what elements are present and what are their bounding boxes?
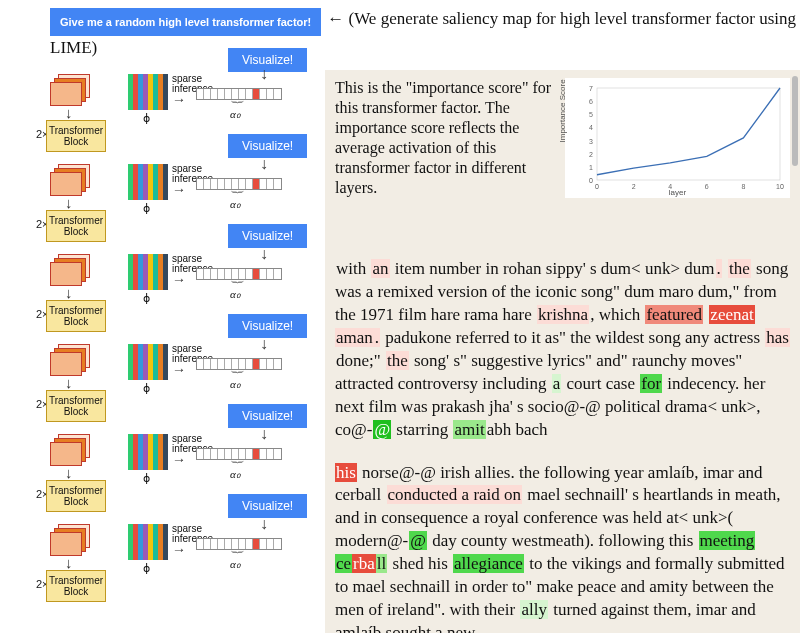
token (755, 305, 757, 324)
arrow-right-icon: → (172, 182, 186, 198)
token: , which (589, 305, 645, 324)
token: ce (335, 554, 352, 573)
token: his (335, 463, 357, 482)
svg-text:10: 10 (776, 183, 784, 190)
token: krishna (537, 305, 589, 324)
header-note-line2: LIME) (0, 38, 800, 58)
transformer-block: TransformerBlock (46, 390, 106, 422)
token: done;" (335, 351, 386, 370)
token: padukone referred to it as" the wildest … (380, 328, 765, 347)
token: has (765, 328, 790, 347)
token: @ (373, 420, 391, 439)
alpha-label: α₀ (230, 108, 240, 121)
alpha-label: α₀ (230, 558, 240, 571)
svg-text:6: 6 (705, 183, 709, 190)
token: featured (645, 305, 703, 324)
phi-label: ɸ (143, 202, 150, 215)
token: item number in rohan sippy' s dum< unk> … (390, 259, 716, 278)
token: abh bach (486, 420, 549, 439)
svg-text:1: 1 (589, 164, 593, 171)
token: for (640, 374, 662, 393)
dense-dictionary (128, 254, 168, 290)
svg-text:2: 2 (589, 151, 593, 158)
token: the (728, 259, 751, 278)
alpha-label: α₀ (230, 468, 240, 481)
token: amit (453, 420, 485, 439)
token: conducted a raid on (387, 485, 523, 504)
svg-text:4: 4 (589, 124, 593, 131)
dense-dictionary (128, 434, 168, 470)
alpha-label: α₀ (230, 198, 240, 211)
vertical-scrollbar[interactable] (792, 76, 798, 166)
importance-description: This is the "importance score" for this … (335, 78, 555, 198)
token: aman (335, 328, 374, 347)
token (755, 531, 757, 550)
token: a (552, 374, 562, 393)
token: . (716, 259, 722, 278)
token: ll (376, 554, 387, 573)
architecture-column: Visualize! ↓ ↓ 2× TransformerBlock ɸ spa… (0, 70, 325, 610)
transformer-block: TransformerBlock (46, 480, 106, 512)
random-factor-button[interactable]: Give me a random high level transformer … (50, 8, 321, 36)
token: court case (561, 374, 640, 393)
token: allegiance (453, 554, 524, 573)
phi-label: ɸ (143, 472, 150, 485)
dense-dictionary (128, 344, 168, 380)
token: with (335, 259, 371, 278)
arrow-right-icon: → (172, 92, 186, 108)
arrow-down-icon: ↓ (260, 335, 268, 353)
transformer-block: TransformerBlock (46, 120, 106, 152)
dense-dictionary (128, 164, 168, 200)
token: day county westmeath). following this (427, 531, 699, 550)
svg-text:4: 4 (668, 183, 672, 190)
transformer-block: TransformerBlock (46, 570, 106, 602)
phi-label: ɸ (143, 382, 150, 395)
saliency-passage-1: with an item number in rohan sippy' s du… (335, 258, 790, 442)
arrow-down-icon: ↓ (260, 155, 268, 173)
token: starring (391, 420, 453, 439)
transformer-block: TransformerBlock (46, 300, 106, 332)
token: @ (409, 531, 427, 550)
arrow-down-icon: ↓ (260, 425, 268, 443)
token: ally (520, 600, 548, 619)
token: meeting (699, 531, 756, 550)
arrow-down-icon: ↓ (260, 515, 268, 533)
transformer-block: TransformerBlock (46, 210, 106, 242)
phi-label: ɸ (143, 562, 150, 575)
svg-text:0: 0 (589, 177, 593, 184)
arrow-right-icon: → (172, 542, 186, 558)
header-note: ← (We generate saliency map for high lev… (327, 8, 800, 30)
svg-text:3: 3 (589, 138, 593, 145)
importance-score-chart: Importance Score layer 012345670246810 (565, 78, 790, 198)
transformer-stage: Visualize! ↓ ↓ 2× TransformerBlock ɸ spa… (50, 520, 325, 610)
results-panel: This is the "importance score" for this … (325, 70, 800, 633)
token: the (386, 351, 409, 370)
alpha-label: α₀ (230, 378, 240, 391)
svg-text:5: 5 (589, 111, 593, 118)
arrow-down-icon: ↓ (260, 245, 268, 263)
arrow-right-icon: → (172, 452, 186, 468)
token: zeenat (709, 305, 754, 324)
svg-rect-0 (597, 88, 780, 180)
arrow-down-icon: ↓ (260, 65, 268, 83)
saliency-passage-2: his norse@-@ irish allies. the following… (335, 462, 790, 634)
dense-dictionary (128, 74, 168, 110)
alpha-label: α₀ (230, 288, 240, 301)
phi-label: ɸ (143, 112, 150, 125)
arrow-right-icon: → (172, 272, 186, 288)
dense-dictionary (128, 524, 168, 560)
arrow-right-icon: → (172, 362, 186, 378)
svg-text:7: 7 (589, 85, 593, 92)
phi-label: ɸ (143, 292, 150, 305)
svg-text:2: 2 (632, 183, 636, 190)
svg-text:6: 6 (589, 98, 593, 105)
token: shed his (387, 554, 453, 573)
svg-text:8: 8 (741, 183, 745, 190)
svg-text:0: 0 (595, 183, 599, 190)
token: an (371, 259, 389, 278)
token: rba (352, 554, 376, 573)
